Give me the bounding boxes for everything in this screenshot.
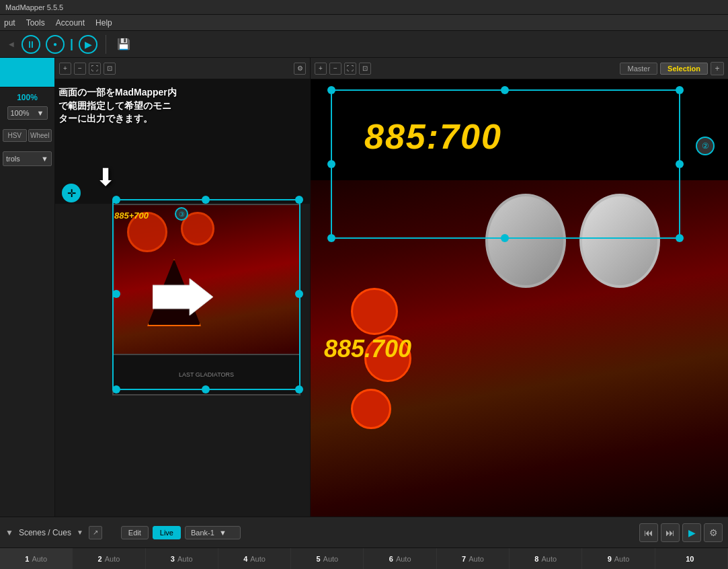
transport-controls: ⏮ ⏭ ▶ ⚙	[639, 523, 723, 542]
cue-num-2: 2	[98, 555, 102, 563]
bottom-chevron-btn[interactable]: ▼	[5, 528, 13, 537]
cue-num-3: 3	[171, 555, 175, 563]
sidebar-toggle-btn[interactable]: ◀	[7, 35, 16, 54]
timeline-cell-5[interactable]: 5Auto	[291, 548, 364, 570]
right-panel-minus-btn[interactable]: −	[329, 63, 341, 75]
bottom-bar: ▼ Scenes / Cues ▼ ↗ Edit Live Bank-1 ▼ ⏮…	[0, 517, 728, 547]
timeline-cell-9[interactable]: 9Auto	[582, 548, 655, 570]
right-panel-plus-btn[interactable]: +	[315, 63, 327, 75]
bank-dropdown[interactable]: Bank-1 ▼	[185, 526, 241, 539]
menu-item-help[interactable]: Help	[95, 18, 112, 28]
rp-mid-bottom	[501, 234, 509, 242]
scenes-chevron-btn[interactable]: ▼	[77, 529, 83, 536]
cue-num-4: 4	[243, 555, 247, 563]
app-title: MadMapper 5.5.5	[5, 3, 63, 11]
score-right-mid: 885.700	[324, 335, 411, 363]
bank-chevron-icon: ▼	[219, 529, 227, 537]
bar-button[interactable]: |	[70, 37, 73, 51]
cue-label-5: Auto	[323, 555, 339, 563]
timeline-cell-2[interactable]: 2Auto	[73, 548, 145, 570]
mid-dot-top	[202, 196, 210, 204]
hsv-tab[interactable]: HSV	[3, 129, 27, 142]
timeline-cell-7[interactable]: 7Auto	[437, 548, 510, 570]
play-btn[interactable]: ▶	[682, 523, 701, 542]
title-bar: MadMapper 5.5.5	[0, 0, 728, 15]
rp-corner-tr	[676, 86, 684, 94]
cue-num-8: 8	[534, 555, 538, 563]
controls-chevron-icon: ▼	[41, 155, 48, 163]
timeline-cell-10[interactable]: 10	[655, 548, 728, 570]
sidebar-content: 100% 100% ▼ HSV Wheel trols ▼	[0, 87, 54, 517]
forward-button[interactable]: ▶	[79, 35, 97, 54]
main-layout: 100% 100% ▼ HSV Wheel trols ▼	[0, 58, 728, 517]
cue-num-5: 5	[316, 555, 320, 563]
mid-dot-right	[295, 290, 303, 298]
save-button[interactable]: 💾	[114, 35, 133, 54]
content-area: + − ⛶ ⊡ ⚙ + − ⛶ ⊡ Master Selection +	[55, 58, 728, 517]
corner-dot-tr	[295, 196, 303, 204]
toolbar: ◀ ⏸ ● | ▶ 💾	[0, 31, 728, 58]
menu-bar: put Tools Account Help	[0, 15, 728, 31]
corner-dot-br	[295, 385, 303, 393]
cue-label-8: Auto	[541, 555, 557, 563]
score-icon-small[interactable]: ③	[175, 207, 188, 221]
right-panel-shrink-btn[interactable]: ⊡	[359, 63, 371, 75]
arrow-down-icon: ⬇	[95, 163, 116, 192]
live-btn[interactable]: Live	[153, 526, 181, 539]
timeline-cell-6[interactable]: 6Auto	[364, 548, 436, 570]
corner-dot-bl	[112, 385, 120, 393]
skip-forward-btn[interactable]: ⏭	[661, 523, 680, 542]
timeline-cell-8[interactable]: 8Auto	[510, 548, 582, 570]
left-panel-gear-btn[interactable]: ⚙	[294, 63, 306, 75]
mid-dot-left	[112, 290, 120, 298]
left-panel-shrink-btn[interactable]: ⊡	[104, 63, 116, 75]
right-preview-panel: 885:700 ② 885.700	[311, 79, 728, 517]
sidebar-tabs: HSV Wheel	[3, 129, 52, 142]
tutorial-text: 画面の一部をMadMapper内 で範囲指定して希望のモニ ターに出力できます。	[58, 86, 177, 126]
timeline-bar: 1Auto2Auto3Auto4Auto5Auto6Auto7Auto8Auto…	[0, 547, 728, 569]
rp-mid-left	[327, 160, 335, 168]
selection-button[interactable]: Selection	[660, 63, 708, 75]
menu-item-put[interactable]: put	[4, 18, 15, 28]
left-panel-minus-btn[interactable]: −	[74, 63, 86, 75]
left-panel-plus-btn[interactable]: +	[59, 63, 71, 75]
panel-headers: + − ⛶ ⊡ ⚙ + − ⛶ ⊡ Master Selection +	[55, 58, 728, 79]
edit-btn[interactable]: Edit	[121, 526, 149, 539]
timeline-cell-1[interactable]: 1Auto	[0, 548, 73, 570]
left-panel-header: + − ⛶ ⊡ ⚙	[55, 58, 311, 79]
left-sidebar: 100% 100% ▼ HSV Wheel trols ▼	[0, 58, 55, 517]
arrow-right-icon	[153, 278, 213, 317]
pinball-artwork-right: 885.700	[311, 180, 728, 517]
pause-button[interactable]: ⏸	[22, 35, 40, 54]
record-button[interactable]: ●	[46, 35, 65, 54]
open-external-btn[interactable]: ↗	[89, 526, 102, 539]
cue-label-7: Auto	[469, 555, 484, 563]
score-large: 885:700	[364, 116, 502, 157]
menu-item-account[interactable]: Account	[56, 18, 85, 28]
cue-label-4: Auto	[250, 555, 266, 563]
add-panel-btn[interactable]: +	[711, 62, 724, 75]
zoom-display: 100%	[17, 93, 38, 102]
rewind-btn[interactable]: ⏮	[639, 523, 658, 542]
rp-corner-bl	[327, 234, 335, 242]
right-panel-expand-btn[interactable]: ⛶	[344, 63, 356, 75]
score-small: 885+700	[114, 211, 149, 221]
rp-corner-br	[676, 234, 684, 242]
controls-dropdown[interactable]: trols ▼	[3, 151, 52, 166]
move-icon[interactable]: ✛	[62, 184, 81, 202]
cue-num-1: 1	[25, 555, 29, 563]
zoom-chevron-icon: ▼	[37, 109, 44, 117]
left-panel-expand-btn[interactable]: ⛶	[89, 63, 101, 75]
transport-gear-btn[interactable]: ⚙	[704, 523, 723, 542]
corner-dot-tl	[112, 196, 120, 204]
zoom-dropdown[interactable]: 100% ▼	[7, 106, 48, 120]
wheel-tab[interactable]: Wheel	[28, 129, 52, 142]
score-icon-right[interactable]: ②	[696, 137, 715, 155]
master-button[interactable]: Master	[620, 63, 657, 75]
mid-dot-bottom	[202, 385, 210, 393]
menu-item-tools[interactable]: Tools	[26, 18, 45, 28]
right-panel-header: + − ⛶ ⊡ Master Selection +	[311, 58, 728, 79]
timeline-cell-3[interactable]: 3Auto	[146, 548, 218, 570]
cue-num-7: 7	[462, 555, 466, 563]
timeline-cell-4[interactable]: 4Auto	[218, 548, 291, 570]
